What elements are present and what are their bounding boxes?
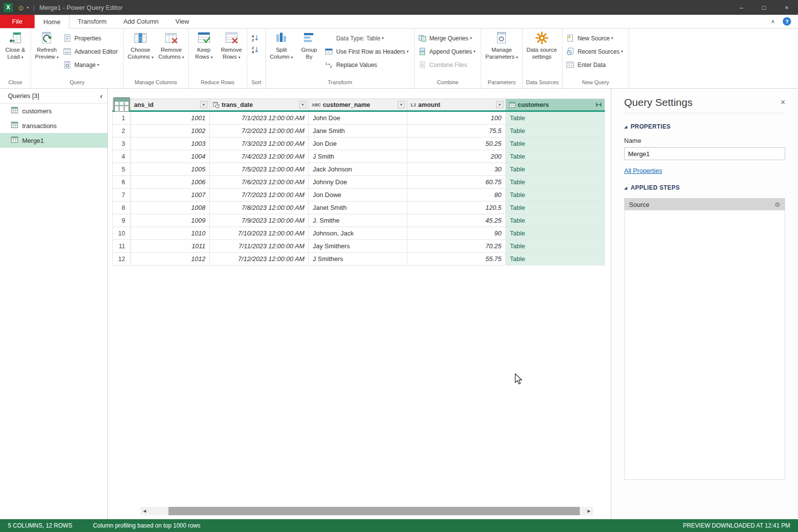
cell[interactable]: 7/11/2023 12:00:00 AM (210, 240, 309, 253)
minimize-button[interactable]: – (730, 0, 753, 15)
filter-dropdown-icon[interactable]: ▾ (496, 101, 503, 108)
row-number[interactable]: 7 (112, 189, 131, 201)
cell[interactable]: 1007 (131, 189, 210, 201)
advanced-editor-button[interactable]: </> Advanced Editor (61, 45, 122, 58)
cell[interactable]: J. Smithe (309, 214, 407, 227)
row-number[interactable]: 11 (112, 240, 131, 253)
column-header-customers[interactable]: customers (506, 99, 605, 110)
horizontal-scrollbar[interactable]: ◀ ▶ (140, 507, 593, 515)
row-number[interactable]: 3 (112, 137, 131, 150)
cell[interactable]: Johnson, Jack (309, 227, 407, 240)
row-number[interactable]: 10 (112, 227, 131, 240)
cell[interactable]: Table (506, 240, 605, 253)
sidebar-item-merge1[interactable]: Merge1 (0, 133, 107, 148)
cell[interactable]: Table (506, 125, 605, 137)
tab-transform[interactable]: Transform (69, 15, 115, 28)
cell[interactable]: Table (506, 150, 605, 163)
choose-columns-button[interactable]: Choose Columns▾ (125, 29, 156, 61)
cell[interactable]: 7/9/2023 12:00:00 AM (210, 214, 309, 227)
row-number[interactable]: 5 (112, 163, 131, 176)
row-number[interactable]: 2 (112, 125, 131, 137)
sidebar-item-transactions[interactable]: transactions (0, 118, 107, 133)
column-header-trans_date[interactable]: trans_date▾ (210, 99, 309, 110)
use-first-row-as-headers-button[interactable]: Use First Row as Headers▾ (323, 45, 412, 58)
cell[interactable]: Jack Johnson (309, 163, 407, 176)
close-and-load-button[interactable]: Close & Load▾ (1, 29, 29, 61)
row-number[interactable]: 4 (112, 150, 131, 163)
column-header-amount[interactable]: 1.2amount▾ (407, 99, 506, 110)
cell[interactable]: 1005 (131, 163, 210, 176)
scrollbar-track[interactable] (149, 507, 585, 515)
row-number[interactable]: 8 (112, 201, 131, 214)
tab-file[interactable]: File (0, 15, 34, 28)
cell[interactable]: 30 (407, 163, 506, 176)
feedback-smiley-icon[interactable]: ☺ (17, 3, 25, 12)
scroll-right-icon[interactable]: ▶ (585, 507, 593, 515)
cell[interactable]: Jane Smith (309, 125, 407, 137)
collapse-triangle-icon[interactable]: ◢ (624, 125, 627, 129)
cell[interactable]: 45.25 (407, 214, 506, 227)
cell[interactable]: 1001 (131, 112, 210, 125)
applied-step-source[interactable]: Source ⚙ (625, 199, 785, 210)
cell[interactable]: Table (506, 253, 605, 266)
cell[interactable]: 1004 (131, 150, 210, 163)
cell[interactable]: 1011 (131, 240, 210, 253)
close-button[interactable]: × (775, 0, 798, 15)
combine-files-button[interactable]: Combine Files (416, 58, 480, 71)
cell[interactable]: 7/8/2023 12:00:00 AM (210, 201, 309, 214)
cell[interactable]: 100 (407, 112, 506, 125)
cell[interactable]: 1012 (131, 253, 210, 266)
quick-access-caret-icon[interactable]: ▾ (27, 5, 29, 10)
cell[interactable]: 7/1/2023 12:00:00 AM (210, 112, 309, 125)
column-header-ans_id[interactable]: ans_id▾ (131, 99, 210, 110)
cell[interactable]: 1006 (131, 176, 210, 189)
cell[interactable]: 7/6/2023 12:00:00 AM (210, 176, 309, 189)
step-settings-gear-icon[interactable]: ⚙ (774, 201, 780, 208)
merge-queries-button[interactable]: Merge Queries▾ (416, 32, 480, 45)
tab-view[interactable]: View (167, 15, 198, 28)
cell[interactable]: 7/3/2023 12:00:00 AM (210, 137, 309, 150)
row-number[interactable]: 1 (112, 112, 131, 125)
cell[interactable]: Table (506, 163, 605, 176)
cell[interactable]: Table (506, 227, 605, 240)
sidebar-item-customers[interactable]: customers (0, 103, 107, 118)
append-queries-button[interactable]: Append Queries▾ (416, 45, 480, 58)
filter-dropdown-icon[interactable]: ▾ (299, 101, 306, 108)
collapse-triangle-icon[interactable]: ◢ (624, 186, 627, 190)
cell[interactable]: J Smith (309, 150, 407, 163)
cell[interactable]: 7/5/2023 12:00:00 AM (210, 163, 309, 176)
data-source-settings-button[interactable]: Data source settings (524, 29, 560, 60)
cell[interactable]: Table (506, 112, 605, 125)
properties-button[interactable]: Properties (61, 32, 122, 45)
sort-descending-button[interactable]: ZA (249, 43, 264, 55)
expand-column-icon[interactable] (595, 101, 602, 109)
remove-rows-button[interactable]: Remove Rows▾ (218, 29, 245, 61)
collapse-ribbon-icon[interactable]: ∧ (771, 18, 775, 25)
cell[interactable]: 1003 (131, 137, 210, 150)
cell[interactable]: John Doe (309, 112, 407, 125)
replace-values-button[interactable]: 12 Replace Values (323, 58, 412, 71)
cell[interactable]: Jon Dowe (309, 189, 407, 201)
cell[interactable]: Table (506, 176, 605, 189)
new-source-button[interactable]: ★ New Source▾ (564, 32, 627, 45)
cell[interactable]: Johnny Doe (309, 176, 407, 189)
close-panel-icon[interactable]: × (781, 98, 785, 107)
data-type-button[interactable]: Data Type: Table▾ (323, 32, 412, 45)
manage-button[interactable]: Manage▾ (61, 58, 122, 71)
row-number[interactable]: 9 (112, 214, 131, 227)
cell[interactable]: 50.25 (407, 137, 506, 150)
scroll-left-icon[interactable]: ◀ (140, 507, 149, 515)
cell[interactable]: 7/4/2023 12:00:00 AM (210, 150, 309, 163)
cell[interactable]: 90 (407, 227, 506, 240)
cell[interactable]: 200 (407, 150, 506, 163)
cell[interactable]: Table (506, 214, 605, 227)
query-name-input[interactable] (624, 147, 785, 160)
cell[interactable]: 7/10/2023 12:00:00 AM (210, 227, 309, 240)
cell[interactable]: 7/12/2023 12:00:00 AM (210, 253, 309, 266)
help-icon[interactable]: ? (783, 17, 791, 26)
cell[interactable]: 60.75 (407, 176, 506, 189)
cell[interactable]: J Smithers (309, 253, 407, 266)
maximize-button[interactable]: □ (753, 0, 775, 15)
remove-columns-button[interactable]: Remove Columns▾ (156, 29, 186, 61)
column-header-customer_name[interactable]: ABCcustomer_name▾ (309, 99, 407, 110)
